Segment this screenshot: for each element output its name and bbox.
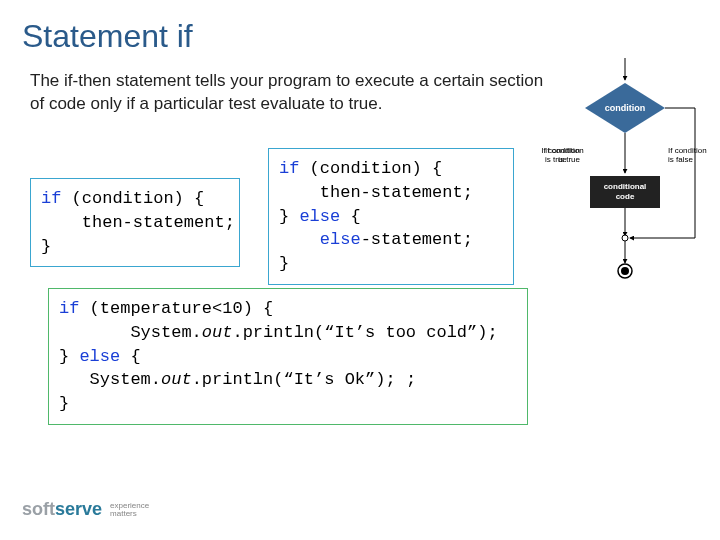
footer-logo: softserve experiencematters — [22, 499, 149, 520]
code-text: } — [279, 254, 289, 273]
code-box-example: if (temperature<10) { System.out.println… — [48, 288, 528, 425]
svg-point-6 — [622, 235, 628, 241]
code-text: } — [59, 347, 79, 366]
code-text: } — [59, 394, 69, 413]
code-text: } — [41, 237, 51, 256]
keyword-else: else — [320, 230, 361, 249]
code-text: .println(“It’s too cold”); — [232, 323, 497, 342]
code-text: System. — [59, 323, 202, 342]
keyword-if: if — [59, 299, 79, 318]
keyword-if: if — [41, 189, 61, 208]
code-text — [279, 230, 320, 249]
body-text: The if-then statement tells your program… — [30, 70, 550, 116]
code-text: -statement; — [361, 230, 473, 249]
flow-false-label: If conditionis false — [668, 146, 707, 164]
code-text: { — [120, 347, 140, 366]
keyword-else: else — [79, 347, 120, 366]
flowchart: condition If conditionis true conditiona… — [540, 58, 710, 288]
logo-serve: serve — [55, 499, 102, 519]
code-box-if-else: if (condition) { then-statement; } else … — [268, 148, 514, 285]
code-text: then-statement; — [41, 213, 235, 232]
flow-condition-label: condition — [605, 103, 646, 113]
logo-soft: soft — [22, 499, 55, 519]
code-box-if: if (condition) { then-statement; } — [30, 178, 240, 267]
code-text: (condition) { — [299, 159, 442, 178]
code-text: (condition) { — [61, 189, 204, 208]
keyword-else: else — [299, 207, 340, 226]
code-text: { — [340, 207, 360, 226]
code-text: } — [279, 207, 299, 226]
code-italic: out — [202, 323, 233, 342]
keyword-if: if — [279, 159, 299, 178]
code-italic: out — [161, 370, 192, 389]
code-text: .println(“It’s Ok”); ; — [192, 370, 416, 389]
code-text: then-statement; — [279, 183, 473, 202]
svg-point-9 — [621, 267, 629, 275]
code-text: System. — [59, 370, 161, 389]
slide-title: Statement if — [22, 18, 193, 55]
code-text: (temperature<10) { — [79, 299, 273, 318]
logo-tagline: experiencematters — [110, 502, 149, 518]
